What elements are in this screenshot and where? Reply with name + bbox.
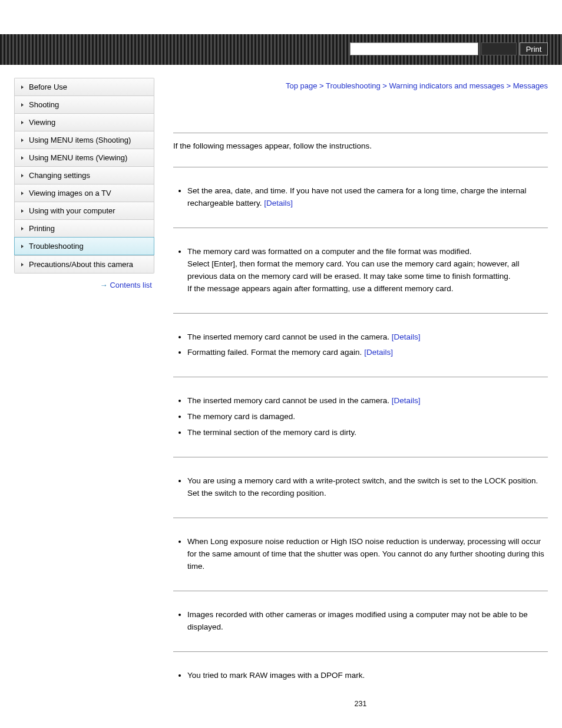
header-bar: Print bbox=[0, 34, 562, 65]
message-item: When Long exposure noise reduction or Hi… bbox=[187, 536, 548, 573]
page-number: 231 bbox=[173, 700, 548, 708]
message-item: The inserted memory card cannot be used … bbox=[187, 331, 548, 344]
contents-list-link[interactable]: Contents list bbox=[110, 281, 152, 289]
breadcrumb-link[interactable]: Warning indicators and messages bbox=[389, 81, 504, 90]
nav-item[interactable]: Viewing bbox=[14, 113, 154, 131]
message-block: You tried to mark RAW images with a DPOF… bbox=[173, 670, 548, 682]
message-block: Images recorded with other cameras or im… bbox=[173, 609, 548, 634]
section-divider bbox=[173, 313, 548, 314]
message-block: Set the area, date, and time. If you hav… bbox=[173, 185, 548, 210]
message-item: The terminal section of the memory card … bbox=[187, 427, 548, 439]
details-link[interactable]: [Details] bbox=[392, 332, 421, 341]
arrow-right-icon: → bbox=[100, 281, 107, 289]
message-list: You tried to mark RAW images with a DPOF… bbox=[173, 670, 548, 682]
message-item: The memory card is damaged. bbox=[187, 411, 548, 423]
nav-item[interactable]: Using with your computer bbox=[14, 202, 154, 219]
section-divider bbox=[173, 591, 548, 591]
nav-item[interactable]: Precautions/About this camera bbox=[14, 255, 154, 274]
message-list: Images recorded with other cameras or im… bbox=[173, 609, 548, 634]
section-divider bbox=[173, 518, 548, 518]
message-item: You are using a memory card with a write… bbox=[187, 475, 548, 500]
intro-text: If the following messages appear, follow… bbox=[173, 141, 548, 150]
page-container: Before UseShootingViewingUsing MENU item… bbox=[0, 65, 562, 728]
main-content: Top page > Troubleshooting > Warning ind… bbox=[154, 65, 548, 708]
section-divider bbox=[173, 377, 548, 377]
section-divider bbox=[173, 228, 548, 228]
section-divider bbox=[173, 651, 548, 652]
message-item: You tried to mark RAW images with a DPOF… bbox=[187, 670, 548, 682]
breadcrumb-separator: > bbox=[381, 81, 389, 90]
breadcrumb-link[interactable]: Top page bbox=[286, 81, 318, 90]
search-button[interactable] bbox=[481, 42, 517, 55]
message-item: The inserted memory card cannot be used … bbox=[187, 395, 548, 407]
section-divider bbox=[173, 167, 548, 167]
section-divider bbox=[173, 133, 548, 133]
print-button[interactable]: Print bbox=[520, 42, 548, 55]
nav-item[interactable]: Changing settings bbox=[14, 166, 154, 184]
message-list: When Long exposure noise reduction or Hi… bbox=[173, 536, 548, 573]
nav-item[interactable]: Using MENU items (Shooting) bbox=[14, 131, 154, 149]
nav-item[interactable]: Using MENU items (Viewing) bbox=[14, 149, 154, 166]
message-item: Images recorded with other cameras or im… bbox=[187, 609, 548, 634]
sidebar: Before UseShootingViewingUsing MENU item… bbox=[14, 78, 154, 708]
message-list: The memory card was formatted on a compu… bbox=[173, 246, 548, 295]
message-list: The inserted memory card cannot be used … bbox=[173, 331, 548, 360]
breadcrumb-link[interactable]: Messages bbox=[513, 81, 548, 90]
search-row: Print bbox=[350, 42, 548, 55]
message-block: When Long exposure noise reduction or Hi… bbox=[173, 536, 548, 573]
breadcrumb-link[interactable]: Troubleshooting bbox=[326, 81, 381, 90]
section-divider bbox=[173, 457, 548, 457]
top-spacer bbox=[0, 0, 562, 34]
message-block: You are using a memory card with a write… bbox=[173, 475, 548, 500]
nav-item[interactable]: Printing bbox=[14, 219, 154, 237]
search-input[interactable] bbox=[350, 42, 478, 55]
breadcrumb-separator: > bbox=[504, 81, 513, 90]
message-item: The memory card was formatted on a compu… bbox=[187, 246, 548, 295]
message-item: Set the area, date, and time. If you hav… bbox=[187, 185, 548, 210]
message-item: Formatting failed. Format the memory car… bbox=[187, 347, 548, 359]
nav-item[interactable]: Shooting bbox=[14, 95, 154, 113]
nav-item[interactable]: Viewing images on a TV bbox=[14, 184, 154, 202]
message-block: The inserted memory card cannot be used … bbox=[173, 395, 548, 439]
contents-list-row: →Contents list bbox=[14, 274, 154, 289]
nav-item[interactable]: Troubleshooting bbox=[14, 237, 154, 255]
breadcrumb: Top page > Troubleshooting > Warning ind… bbox=[173, 81, 548, 90]
message-block: The inserted memory card cannot be used … bbox=[173, 331, 548, 360]
message-block: The memory card was formatted on a compu… bbox=[173, 246, 548, 295]
details-link[interactable]: [Details] bbox=[264, 199, 293, 207]
breadcrumb-separator: > bbox=[317, 81, 326, 90]
nav-list: Before UseShootingViewingUsing MENU item… bbox=[14, 78, 154, 274]
details-link[interactable]: [Details] bbox=[392, 396, 421, 405]
message-list: The inserted memory card cannot be used … bbox=[173, 395, 548, 439]
message-list: Set the area, date, and time. If you hav… bbox=[173, 185, 548, 210]
message-list: You are using a memory card with a write… bbox=[173, 475, 548, 500]
details-link[interactable]: [Details] bbox=[364, 348, 393, 357]
nav-item[interactable]: Before Use bbox=[14, 78, 154, 95]
